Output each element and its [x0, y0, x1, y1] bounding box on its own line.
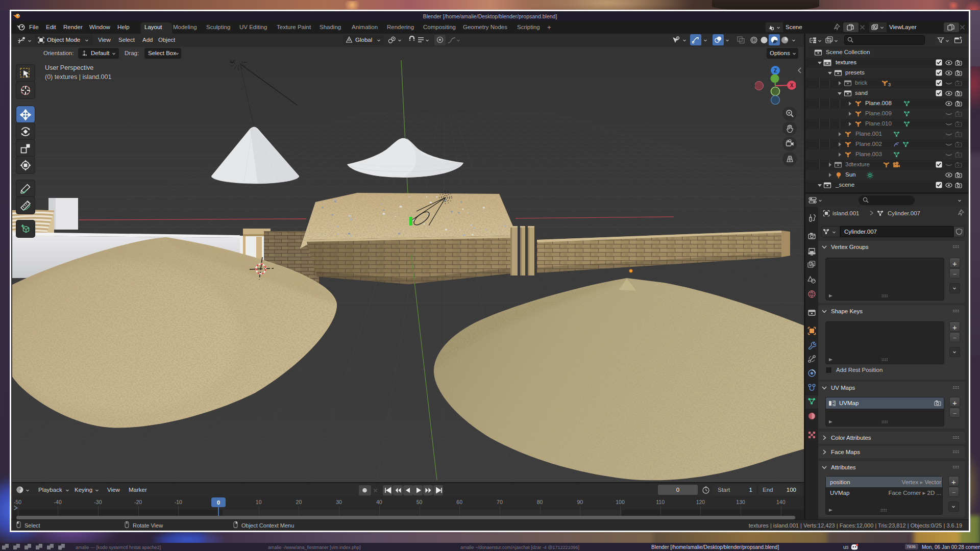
svg-text:X: X: [790, 83, 794, 88]
svg-text:Z: Z: [774, 68, 777, 73]
